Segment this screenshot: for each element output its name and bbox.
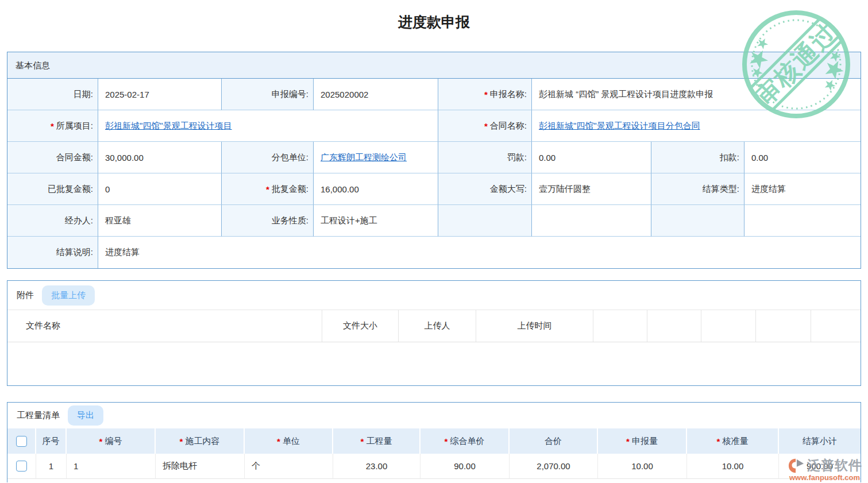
label-text: 业务性质: bbox=[272, 215, 308, 226]
basic-info-grid: 日期: 2025-02-17 申报编号: 2025020002 *申报名称: 彭… bbox=[7, 79, 861, 268]
col-unit-price: *综合单价 bbox=[421, 428, 510, 454]
label-text: 金额大写: bbox=[490, 184, 527, 195]
settlement-type-value: 进度结算 bbox=[744, 173, 861, 205]
col-approved: *核准量 bbox=[687, 428, 779, 454]
contract-link[interactable]: 彭祖新城"四馆"景观工程设计项目分包合同 bbox=[539, 121, 700, 132]
contract-name-label: *合同名称: bbox=[438, 110, 532, 142]
declared-cell: 10.00 bbox=[598, 454, 687, 479]
penalty-label: 罚款: bbox=[438, 142, 532, 173]
required-star: * bbox=[484, 90, 488, 99]
attachments-section: 附件 批量上传 文件名称 文件大小 上传人 上传时间 bbox=[7, 280, 861, 386]
required-star: * bbox=[445, 436, 448, 446]
unit-price-cell: 90.00 bbox=[421, 454, 510, 479]
page-title: 进度款申报 bbox=[0, 13, 868, 32]
required-star: * bbox=[626, 436, 630, 446]
penalty-value: 0.00 bbox=[532, 142, 651, 173]
amount-in-words-label: 金额大写: bbox=[438, 173, 532, 205]
project-label: *所属项目: bbox=[7, 110, 98, 142]
col-label: 施工内容 bbox=[185, 436, 219, 447]
empty-value-cell bbox=[744, 205, 861, 237]
subcontractor-value: 广东辉朗工程测绘公司 bbox=[314, 142, 438, 173]
business-nature-label: 业务性质: bbox=[222, 205, 314, 237]
col-label: 综合单价 bbox=[450, 436, 484, 447]
empty-label-cell bbox=[438, 205, 532, 237]
approved-amount-label: *批复金额: bbox=[222, 173, 314, 205]
contract-amount-value: 30,000.00 bbox=[98, 142, 222, 173]
boq-section: 工程量清单 导出 序号 *编号 *施工内容 *单位 *工程量 *综合单价 合价 … bbox=[7, 402, 861, 482]
col-empty bbox=[647, 310, 701, 342]
row-checkbox[interactable] bbox=[16, 461, 27, 472]
label-text: 合同名称: bbox=[490, 121, 527, 132]
label-text: 经办人: bbox=[65, 215, 93, 226]
label-text: 扣款: bbox=[720, 152, 739, 163]
col-file-size: 文件大小 bbox=[322, 310, 399, 342]
unit-cell: 个 bbox=[245, 454, 333, 479]
col-uploader: 上传人 bbox=[399, 310, 476, 342]
contract-amount-label: 合同金额: bbox=[7, 142, 98, 173]
approved-amount-prev-value: 0 bbox=[98, 173, 222, 205]
basic-info-section-title: 基本信息 bbox=[7, 52, 861, 79]
subcontractor-label: 分包单位: bbox=[222, 142, 314, 173]
settlement-type-label: 结算类型: bbox=[651, 173, 744, 205]
col-empty bbox=[701, 310, 756, 342]
col-label: 工程量 bbox=[366, 436, 392, 447]
approved-amount-value: 16,000.00 bbox=[314, 173, 438, 205]
handler-value: 程亚雄 bbox=[98, 205, 222, 237]
content-cell: 拆除电杆 bbox=[156, 454, 245, 479]
empty-label-cell bbox=[651, 205, 744, 237]
col-label: 序号 bbox=[43, 436, 60, 447]
date-value: 2025-02-17 bbox=[98, 79, 222, 110]
col-code: *编号 bbox=[67, 428, 156, 454]
project-link[interactable]: 彭祖新城"四馆"景观工程设计项目 bbox=[105, 121, 232, 132]
col-label: 结算小计 bbox=[803, 436, 837, 447]
export-button[interactable]: 导出 bbox=[68, 405, 103, 426]
subcontractor-link[interactable]: 广东辉朗工程测绘公司 bbox=[321, 152, 407, 163]
required-star: * bbox=[266, 184, 269, 194]
col-empty bbox=[756, 310, 811, 342]
col-label: 编号 bbox=[105, 436, 122, 447]
declaration-no-value: 2025020002 bbox=[314, 79, 438, 110]
code-cell: 1 bbox=[67, 454, 156, 479]
label-text: 结算说明: bbox=[56, 247, 93, 258]
required-star: * bbox=[277, 436, 280, 446]
col-declared: *申报量 bbox=[598, 428, 687, 454]
col-content: *施工内容 bbox=[156, 428, 245, 454]
attachments-table-header: 文件名称 文件大小 上传人 上传时间 bbox=[7, 310, 861, 342]
required-star: * bbox=[51, 121, 54, 131]
label-text: 申报编号: bbox=[272, 89, 308, 100]
subtotal-cell: 900.00 bbox=[779, 454, 861, 479]
basic-info-section: 基本信息 日期: 2025-02-17 申报编号: 2025020002 *申报… bbox=[7, 52, 861, 269]
col-label: 核准量 bbox=[722, 436, 748, 447]
select-all-cell bbox=[7, 428, 36, 454]
col-subtotal: 结算小计 bbox=[779, 428, 861, 454]
empty-value-cell bbox=[532, 205, 651, 237]
col-seq: 序号 bbox=[36, 428, 67, 454]
label-text: 结算类型: bbox=[703, 184, 739, 195]
attachments-section-title: 附件 bbox=[17, 290, 34, 301]
table-row: 1 1 拆除电杆 个 23.00 90.00 2,070.00 10.00 10… bbox=[7, 454, 861, 479]
boq-section-title: 工程量清单 bbox=[17, 410, 60, 421]
select-all-checkbox[interactable] bbox=[16, 436, 27, 447]
label-text: 分包单位: bbox=[272, 152, 308, 163]
required-star: * bbox=[361, 436, 364, 446]
col-empty bbox=[593, 310, 647, 342]
label-text: 合同金额: bbox=[56, 152, 93, 163]
batch-upload-button[interactable]: 批量上传 bbox=[42, 285, 95, 306]
col-label: 申报量 bbox=[632, 436, 658, 447]
label-text: 申报名称: bbox=[490, 89, 527, 100]
label-text: 所属项目: bbox=[56, 121, 93, 132]
business-nature-value: 工程设计+施工 bbox=[314, 205, 438, 237]
required-star: * bbox=[484, 121, 488, 131]
total-cell: 2,070.00 bbox=[510, 454, 598, 479]
col-label: 单位 bbox=[283, 436, 300, 447]
deduction-label: 扣款: bbox=[651, 142, 744, 173]
declaration-no-label: 申报编号: bbox=[222, 79, 314, 110]
settlement-note-value: 进度结算 bbox=[98, 237, 861, 268]
required-star: * bbox=[180, 436, 183, 446]
settlement-note-label: 结算说明: bbox=[7, 237, 98, 268]
label-text: 罚款: bbox=[507, 152, 527, 163]
approved-amount-prev-label: 已批复金额: bbox=[7, 173, 98, 205]
handler-label: 经办人: bbox=[7, 205, 98, 237]
col-empty bbox=[811, 310, 861, 342]
required-star: * bbox=[99, 436, 103, 446]
